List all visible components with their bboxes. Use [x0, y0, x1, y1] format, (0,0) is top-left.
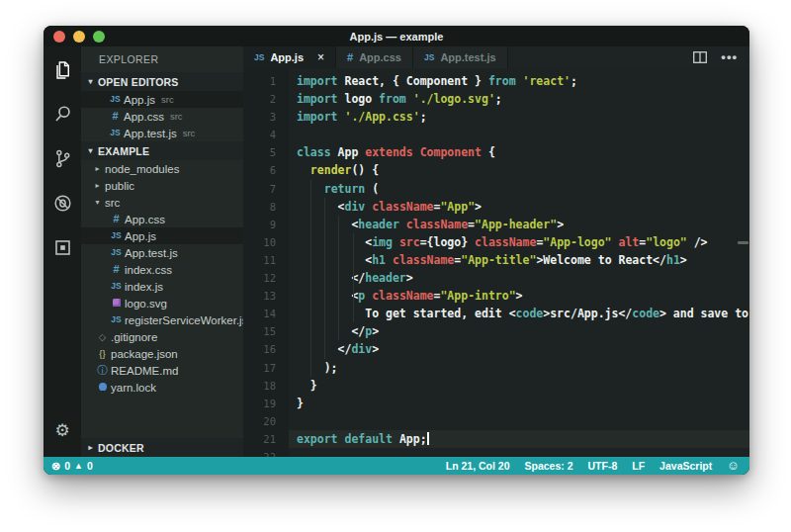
open-editor-label: App.test.js — [124, 128, 177, 139]
code-line-18[interactable]: 18 } — [243, 377, 749, 395]
code-line-21[interactable]: 21export default App; — [243, 430, 749, 448]
source-control-icon[interactable] — [51, 147, 73, 169]
code-token — [393, 235, 399, 249]
line-number[interactable]: 10 — [243, 233, 289, 251]
tree-item-index-js[interactable]: JSindex.js — [81, 278, 243, 295]
status-warnings[interactable]: ▲0 — [74, 460, 93, 472]
code-line-6[interactable]: 6 render() { — [243, 161, 749, 179]
tree-item-logo-svg[interactable]: logo.svg — [81, 295, 243, 311]
tree-item-index-css[interactable]: #index.css — [81, 261, 243, 278]
tree-item-public[interactable]: ▸public — [81, 177, 243, 194]
line-number[interactable]: 17 — [243, 359, 289, 377]
code-line-12[interactable]: 12 </header> — [243, 269, 749, 287]
status-encoding[interactable]: UTF-8 — [588, 460, 618, 472]
line-number[interactable]: 19 — [243, 395, 289, 412]
code-line-10[interactable]: 10 <img src={logo} className="App-logo" … — [243, 233, 749, 251]
status-feedback[interactable]: ☺ — [727, 460, 740, 473]
code-line-3[interactable]: 3import './App.css'; — [243, 108, 749, 126]
tab-app-css[interactable]: #App.css — [336, 46, 413, 68]
editor-scrollbar[interactable] — [738, 241, 748, 244]
line-number[interactable]: 13 — [243, 287, 289, 305]
window-title: App.js — example — [44, 26, 749, 46]
code-line-19[interactable]: 19} — [243, 395, 749, 412]
line-number[interactable]: 11 — [243, 251, 289, 269]
tree-item-src[interactable]: ▾src — [81, 194, 243, 211]
line-number[interactable]: 16 — [243, 340, 289, 358]
code-line-content: import React, { Component } from 'react'… — [289, 72, 749, 90]
more-actions-icon[interactable]: ••• — [721, 54, 738, 59]
line-number[interactable]: 3 — [243, 108, 289, 126]
code-token: extends — [365, 145, 412, 159]
code-line-5[interactable]: 5class App extends Component { — [243, 143, 749, 161]
example-section-header[interactable]: ▾ EXAMPLE — [81, 141, 243, 160]
code-line-11[interactable]: 11 <h1 className="App-title">Welcome to … — [243, 251, 749, 269]
line-number[interactable]: 2 — [243, 90, 289, 108]
code-line-2[interactable]: 2import logo from './logo.svg'; — [243, 90, 749, 108]
code-editor[interactable]: 1import React, { Component } from 'react… — [243, 68, 749, 457]
open-editor-app-js[interactable]: JSApp.jssrc — [81, 91, 243, 108]
status-errors[interactable]: ⊗0 — [51, 460, 70, 472]
code-line-9[interactable]: 9 <header className="App-header"> — [243, 216, 749, 233]
code-line-16[interactable]: 16 </div> — [243, 340, 749, 358]
line-number[interactable]: 21 — [243, 430, 289, 448]
tree-item-node-modules[interactable]: ▸node_modules — [81, 160, 243, 177]
line-number[interactable]: 18 — [243, 377, 289, 395]
split-editor-icon[interactable] — [693, 51, 707, 63]
code-token: header — [365, 271, 406, 285]
code-line-15[interactable]: 15 </p> — [243, 322, 749, 340]
open-editor-folder-hint: src — [170, 111, 183, 122]
open-editor-app-css[interactable]: #App.csssrc — [81, 108, 243, 125]
open-editor-folder-hint: src — [183, 128, 196, 138]
line-number[interactable]: 22 — [243, 448, 289, 457]
line-number[interactable]: 20 — [243, 412, 289, 430]
search-icon[interactable] — [51, 103, 73, 125]
line-number[interactable]: 12 — [243, 269, 289, 287]
tree-item-gitignore[interactable]: ◇.gitignore — [81, 328, 243, 345]
settings-gear-icon[interactable]: ⚙ — [54, 422, 69, 439]
code-token: ( — [365, 182, 379, 196]
status-cursor-position[interactable]: Ln 21, Col 20 — [446, 460, 510, 472]
code-line-13[interactable]: 13 <p className="App-intro"> — [243, 287, 749, 305]
code-token: alt — [619, 235, 640, 249]
code-line-4[interactable]: 4 — [243, 126, 749, 143]
code-line-17[interactable]: 17 ); — [243, 359, 749, 377]
tree-item-app-test-js[interactable]: JSApp.test.js — [81, 244, 243, 261]
line-number[interactable]: 8 — [243, 198, 289, 216]
code-line-7[interactable]: 7 return ( — [243, 180, 749, 198]
tree-item-app-js[interactable]: JSApp.js — [81, 227, 243, 244]
status-indentation[interactable]: Spaces: 2 — [525, 460, 573, 472]
folder-label: src — [105, 197, 120, 209]
tree-item-package-json[interactable]: {}package.json — [81, 345, 243, 362]
line-number[interactable]: 6 — [243, 161, 289, 179]
line-number[interactable]: 9 — [243, 216, 289, 233]
tree-item-registerserviceworker-js[interactable]: JSregisterServiceWorker.js — [81, 311, 243, 328]
tab-app-test-js[interactable]: JSApp.test.js — [413, 46, 508, 68]
line-number[interactable]: 4 — [243, 126, 289, 143]
code-line-20[interactable]: 20 — [243, 412, 749, 430]
tab-app-js[interactable]: JSApp.js× — [243, 46, 336, 68]
code-line-22[interactable]: 22 — [243, 448, 749, 457]
docker-section-header[interactable]: ▸ DOCKER — [81, 438, 243, 457]
line-number[interactable]: 5 — [243, 143, 289, 161]
explorer-icon[interactable] — [51, 58, 73, 80]
code-line-8[interactable]: 8 <div className="App"> — [243, 198, 749, 216]
tree-item-app-css[interactable]: #App.css — [81, 211, 243, 227]
sidebar-bottom: ▸ DOCKER — [81, 438, 243, 457]
line-number[interactable]: 7 — [243, 180, 289, 198]
open-editor-app-test-js[interactable]: JSApp.test.jssrc — [81, 125, 243, 141]
debug-icon[interactable] — [51, 192, 73, 214]
code-line-1[interactable]: 1import React, { Component } from 'react… — [243, 72, 749, 90]
tree-item-readme-md[interactable]: ⓘREADME.md — [81, 362, 243, 379]
code-token: To get started, edit < — [297, 307, 516, 320]
status-language-mode[interactable]: JavaScript — [659, 460, 712, 472]
tree-item-yarn-lock[interactable]: yarn.lock — [81, 379, 243, 396]
extensions-icon[interactable] — [51, 236, 73, 258]
status-eol[interactable]: LF — [632, 460, 645, 472]
line-number[interactable]: 1 — [243, 72, 289, 90]
open-editors-section-header[interactable]: ▾ OPEN EDITORS — [81, 72, 243, 91]
code-line-14[interactable]: 14 To get started, edit <code>src/App.js… — [243, 305, 749, 322]
window-titlebar[interactable]: App.js — example — [44, 26, 749, 46]
line-number[interactable]: 15 — [243, 322, 289, 340]
line-number[interactable]: 14 — [243, 305, 289, 322]
close-icon[interactable]: × — [317, 51, 324, 63]
